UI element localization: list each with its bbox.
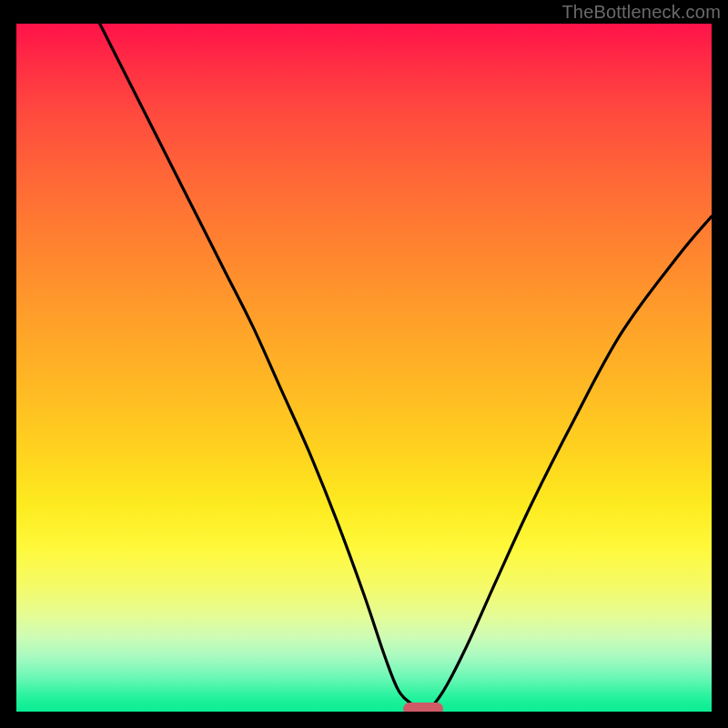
bottleneck-curve <box>16 24 712 712</box>
minimum-marker <box>403 703 443 712</box>
chart-frame: TheBottleneck.com <box>0 0 728 728</box>
plot-area <box>16 24 712 712</box>
watermark-text: TheBottleneck.com <box>561 2 721 23</box>
